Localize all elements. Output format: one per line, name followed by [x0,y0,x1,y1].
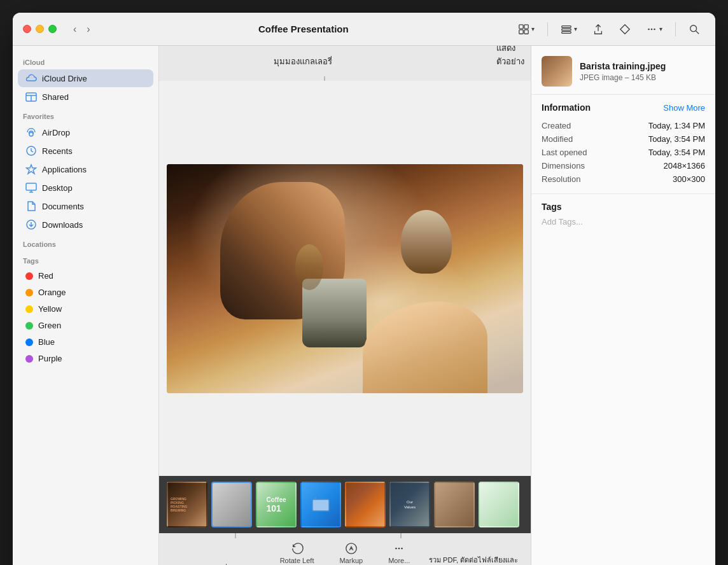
sidebar-label-tag-green: Green [38,321,61,330]
tag-button[interactable] [614,20,636,38]
modified-value: Today, 3:54 PM [648,134,705,144]
created-value: Today, 1:34 PM [648,121,705,130]
sidebar-item-applications[interactable]: Applications [18,160,153,178]
info-row-last-opened: Last opened Today, 3:54 PM [542,146,705,159]
svg-rect-4 [562,25,571,27]
search-icon [689,24,700,35]
thumbnail-strip: GROWINGPICKINGROASTINGBREWING Coffee101 [159,476,531,533]
dimensions-label: Dimensions [542,161,585,171]
sidebar-label-tag-orange: Orange [38,288,66,297]
info-row-dimensions: Dimensions 2048×1366 [542,159,705,172]
sidebar-label-tag-yellow: Yellow [38,304,62,314]
annotation-gallery-label: มุมมองแกลเลอรี่ [274,55,332,68]
toolbar-icons: ▾ ▾ ▾ [513,20,705,38]
bottom-annotation-bar: Rotate Left Markup More... [159,533,531,565]
add-tags-input[interactable]: Add Tags... [542,217,705,227]
tags-section: Tags Add Tags... [531,194,715,234]
right-panel: Barista training.jpeg JPEG image – 145 K… [531,46,715,565]
dimensions-value: 2048×1366 [664,161,705,171]
svg-rect-6 [562,31,571,33]
sidebar-item-downloads[interactable]: Downloads [18,216,153,234]
sidebar-item-documents[interactable]: Documents [18,197,153,215]
nav-buttons: ‹ › [69,21,94,38]
downloads-icon [25,219,37,230]
tag-yellow-dot [25,305,33,313]
sidebar-label-recents: Recents [42,146,73,156]
group-icon [561,24,572,35]
thumbnail-1[interactable]: GROWINGPICKINGROASTINGBREWING [167,482,207,527]
view-mode-button[interactable]: ▾ [513,20,540,38]
resolution-value: 300×300 [673,174,705,184]
preview-main [159,81,531,476]
sidebar-label-icloud-drive: iCloud Drive [42,74,87,83]
sidebar-section-favorites: Favorites [13,106,158,123]
info-row-created: Created Today, 1:34 PM [542,119,705,132]
maximize-button[interactable] [48,25,57,33]
tag-red-dot [25,272,33,280]
sidebar-section-tags: Tags [13,251,158,267]
sidebar-label-tag-blue: Blue [38,337,55,347]
sidebar-item-tag-purple[interactable]: Purple [18,351,153,366]
tag-orange-dot [25,289,33,296]
tag-purple-dot [25,355,33,363]
tag-icon [619,24,631,35]
rotate-left-icon [291,542,304,555]
toolbar-divider-2 [675,22,676,36]
rotate-left-label: Rotate Left [280,557,314,564]
thumbnail-6[interactable]: OurValues [389,482,430,527]
share-button[interactable] [587,20,609,38]
sidebar-label-tag-purple: Purple [38,354,62,363]
group-chevron-icon: ▾ [574,25,577,32]
thumbnail-2[interactable] [211,482,252,527]
sidebar-item-recents[interactable]: Recents [18,142,153,160]
share-icon [592,24,604,35]
svg-rect-15 [26,183,36,190]
sidebar-label-downloads: Downloads [42,220,83,230]
svg-rect-5 [562,29,571,31]
thumbnail-5[interactable] [345,482,386,527]
sidebar-section-locations: Locations [13,234,158,251]
thumbnail-8[interactable] [479,482,519,527]
back-button[interactable]: ‹ [69,21,80,38]
sidebar-item-icloud-drive[interactable]: iCloud Drive [18,69,153,87]
close-button[interactable] [23,25,31,33]
forward-button[interactable]: › [83,21,94,38]
sidebar-item-airdrop[interactable]: AirDrop [18,123,153,141]
svg-rect-19 [312,499,329,511]
sidebar-item-tag-yellow[interactable]: Yellow [18,301,153,317]
svg-point-9 [654,28,655,30]
sidebar-label-airdrop: AirDrop [42,128,70,137]
sidebar-label-applications: Applications [42,165,87,174]
sidebar-item-shared[interactable]: Shared [18,88,153,106]
shared-icon [25,91,37,102]
group-button[interactable]: ▾ [556,20,582,38]
svg-point-7 [648,28,650,30]
sidebar-item-tag-red[interactable]: Red [18,268,153,284]
thumbnail-4[interactable] [300,482,341,527]
search-button[interactable] [683,20,705,38]
sidebar-item-tag-green[interactable]: Green [18,317,153,333]
finder-window: ‹ › Coffee Presentation ▾ ▾ [13,13,715,565]
minimize-button[interactable] [36,25,44,33]
svg-point-13 [29,132,33,136]
svg-rect-1 [524,24,528,28]
sidebar-item-desktop[interactable]: Desktop [18,179,153,197]
rotate-left-button[interactable]: Rotate Left [280,542,314,564]
sidebar-item-tag-orange[interactable]: Orange [18,284,153,300]
tag-green-dot [25,322,33,330]
more-options-button[interactable]: ▾ [641,20,668,38]
applications-icon [25,164,37,175]
sidebar-item-tag-blue[interactable]: Blue [18,334,153,350]
last-opened-label: Last opened [542,148,587,157]
documents-icon [25,200,37,212]
svg-rect-3 [524,29,528,33]
file-name: Barista training.jpeg [580,60,666,72]
info-row-resolution: Resolution 300×300 [542,172,705,186]
more-action-button[interactable]: More... [388,542,410,564]
thumbnail-3[interactable]: Coffee101 [256,482,297,527]
more-options-icon [646,24,657,35]
thumbnail-7[interactable] [434,482,475,527]
markup-button[interactable]: Markup [339,542,363,564]
file-header: Barista training.jpeg JPEG image – 145 K… [531,46,715,95]
show-more-button[interactable]: Show More [663,103,705,113]
